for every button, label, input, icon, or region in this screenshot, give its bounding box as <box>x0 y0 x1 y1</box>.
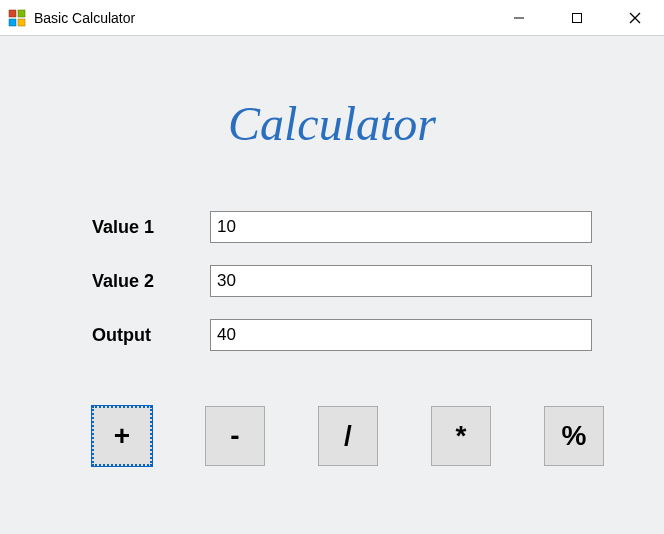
label-output: Output <box>92 325 210 346</box>
add-button[interactable]: + <box>92 406 152 466</box>
label-value2: Value 2 <box>92 271 210 292</box>
subtract-button[interactable]: - <box>205 406 265 466</box>
page-title: Calculator <box>0 96 664 151</box>
modulo-button[interactable]: % <box>544 406 604 466</box>
window-controls <box>490 0 664 35</box>
form: Value 1 Value 2 Output <box>92 211 592 373</box>
svg-rect-1 <box>18 10 25 17</box>
input-value2[interactable] <box>210 265 592 297</box>
svg-rect-2 <box>9 19 16 26</box>
operators: + - / * % <box>92 406 604 466</box>
minimize-button[interactable] <box>490 0 548 36</box>
row-value1: Value 1 <box>92 211 592 243</box>
app-icon <box>8 9 26 27</box>
svg-rect-0 <box>9 10 16 17</box>
divide-button[interactable]: / <box>318 406 378 466</box>
close-button[interactable] <box>606 0 664 36</box>
window-title: Basic Calculator <box>34 10 135 26</box>
row-value2: Value 2 <box>92 265 592 297</box>
label-value1: Value 1 <box>92 217 210 238</box>
titlebar: Basic Calculator <box>0 0 664 36</box>
svg-rect-3 <box>18 19 25 26</box>
maximize-button[interactable] <box>548 0 606 36</box>
input-output[interactable] <box>210 319 592 351</box>
client-area: Calculator Value 1 Value 2 Output + - / … <box>0 36 664 534</box>
svg-rect-5 <box>573 14 582 23</box>
input-value1[interactable] <box>210 211 592 243</box>
row-output: Output <box>92 319 592 351</box>
multiply-button[interactable]: * <box>431 406 491 466</box>
